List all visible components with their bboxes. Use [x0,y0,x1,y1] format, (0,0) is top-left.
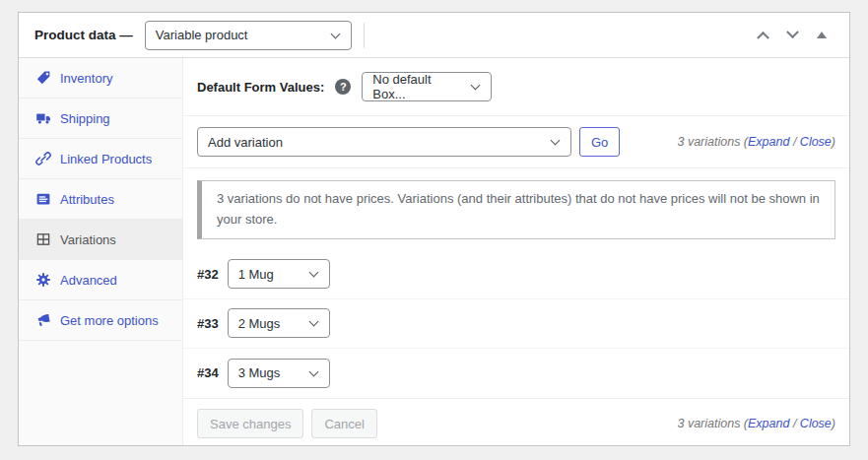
variation-row: #32 1 Mug [183,250,849,299]
chevron-down-icon [551,136,561,146]
product-data-body: Inventory Shipping [19,58,849,445]
variation-attribute-select[interactable]: 1 Mug [228,259,330,289]
chevron-down-icon [308,268,318,278]
triangle-up-icon [817,32,827,38]
close-link[interactable]: Close [800,417,832,430]
tag-icon [35,70,51,86]
product-data-tabs: Inventory Shipping [19,58,183,445]
chevron-down-icon [330,29,340,38]
summary-suffix: ) [832,417,835,430]
variation-id: #33 [197,316,219,331]
tab-label: Shipping [60,111,110,126]
product-type-select[interactable]: Variable product [145,21,352,50]
variations-summary-top: 3 variations (Expand / Close) [677,135,835,149]
variation-row: #34 3 Mugs [183,349,849,398]
summary-separator: / [789,417,799,430]
product-type-select-value: Variable product [156,28,248,42]
header-controls [755,28,834,43]
default-form-values-label: Default Form Values: [197,80,324,95]
notice-wrapper: 3 variations do not have prices. Variati… [183,168,849,250]
default-form-values-select[interactable]: No default Box... [362,72,492,101]
variation-attribute-value: 3 Mugs [238,365,281,380]
product-data-panel: Product data — Variable product Inve [18,12,850,446]
tab-variations[interactable]: Variations [19,220,182,260]
default-form-values-row: Default Form Values: ? No default Box... [183,58,849,116]
product-data-header: Product data — Variable product [19,13,849,58]
expand-link[interactable]: Expand [748,135,789,149]
save-changes-button[interactable]: Save changes [197,409,303,438]
variations-panel: Default Form Values: ? No default Box...… [183,58,849,445]
variation-id: #32 [197,267,219,282]
tab-label: Linked Products [60,152,152,166]
list-icon [35,191,51,207]
default-form-values-select-value: No default Box... [372,72,462,101]
variation-attribute-select[interactable]: 3 Mugs [228,359,330,388]
wp-admin-page: Product data — Variable product Inve [0,0,868,460]
cancel-button[interactable]: Cancel [311,409,376,438]
summary-count: 3 variations ( [677,417,748,430]
tab-label: Attributes [60,192,114,207]
chevron-up-icon [757,32,769,44]
close-link[interactable]: Close [800,135,832,149]
variation-id: #34 [197,365,219,380]
tab-label: Inventory [60,71,112,86]
panel-title: Product data — [34,28,133,42]
summary-separator: / [789,135,799,149]
tab-advanced[interactable]: Advanced [19,260,182,300]
tab-get-more-options[interactable]: Get more options [19,300,182,341]
variations-toolbar: Add variation Go 3 variations (Expand / … [183,116,849,168]
link-icon [35,151,51,166]
expand-link[interactable]: Expand [748,417,789,430]
tab-label: Advanced [60,273,117,288]
question-mark-icon[interactable]: ? [335,79,351,95]
gear-icon [35,272,51,288]
add-variation-select[interactable]: Add variation [197,127,571,157]
variation-attribute-value: 2 Mugs [238,316,281,331]
chevron-down-icon [471,81,481,91]
variation-attribute-select[interactable]: 2 Mugs [228,308,330,338]
variations-footer-toolbar: Save changes Cancel 3 variations (Expand… [183,398,849,449]
grid-icon [35,231,51,247]
tab-shipping[interactable]: Shipping [19,99,182,139]
truck-icon [35,110,51,126]
variations-summary-bottom: 3 variations (Expand / Close) [677,417,835,430]
go-button[interactable]: Go [579,127,620,157]
variation-row: #33 2 Mugs [183,299,849,349]
variation-attribute-value: 1 Mug [238,267,274,282]
chevron-down-icon [308,317,318,327]
tab-label: Variations [60,232,116,247]
megaphone-icon [35,312,51,328]
move-down-button[interactable] [784,28,800,43]
tab-inventory[interactable]: Inventory [19,58,182,99]
tab-linked-products[interactable]: Linked Products [19,139,182,179]
chevron-down-icon [308,366,318,376]
move-up-button[interactable] [755,28,770,43]
tab-label: Get more options [60,313,159,328]
add-variation-select-value: Add variation [208,135,283,150]
tab-attributes[interactable]: Attributes [19,179,182,220]
summary-suffix: ) [832,135,835,149]
header-divider [364,23,365,48]
summary-count: 3 variations ( [677,135,748,149]
toggle-panel-button[interactable] [814,28,830,43]
chevron-down-icon [786,26,799,38]
no-prices-notice: 3 variations do not have prices. Variati… [197,180,835,239]
